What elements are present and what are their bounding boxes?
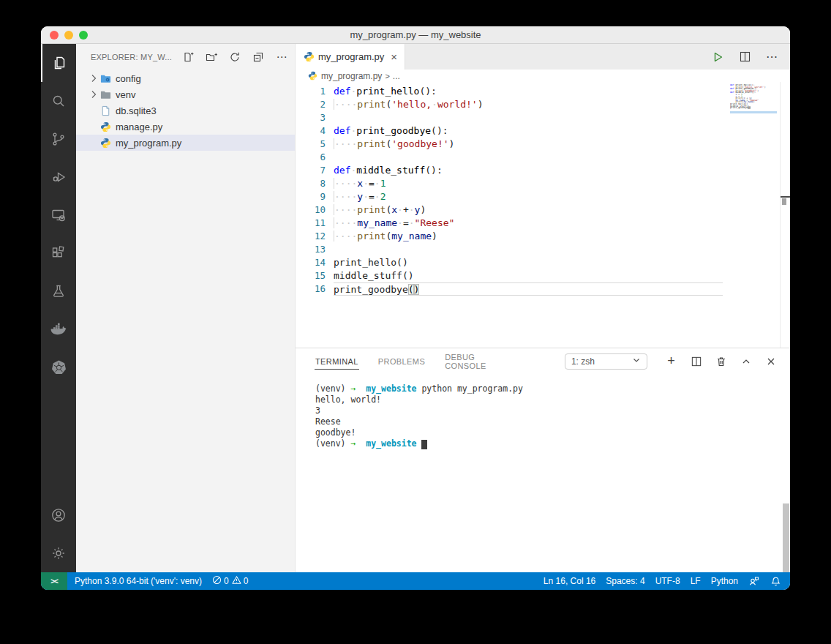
chevron-right-icon[interactable] bbox=[88, 72, 99, 84]
problems-status[interactable]: 0 0 bbox=[212, 575, 248, 587]
new-terminal-icon[interactable]: + bbox=[665, 355, 677, 367]
line-number[interactable]: 1 bbox=[296, 85, 326, 98]
kill-terminal-trash-icon[interactable] bbox=[715, 355, 727, 367]
code-line[interactable]: 9····y·=·2 bbox=[296, 190, 790, 203]
minimap-current-line bbox=[730, 111, 777, 113]
close-tab-icon[interactable]: × bbox=[389, 51, 399, 62]
line-number[interactable]: 7 bbox=[296, 164, 326, 177]
terminal-line[interactable]: Reese bbox=[315, 416, 790, 427]
accounts-icon[interactable] bbox=[41, 496, 76, 534]
file-tree-item-db.sqlite3[interactable]: db.sqlite3 bbox=[76, 102, 295, 119]
line-number[interactable]: 9 bbox=[296, 190, 326, 203]
code-line[interactable]: 12····print(my_name) bbox=[296, 230, 790, 243]
line-number[interactable]: 12 bbox=[296, 230, 326, 243]
cursor-position-status[interactable]: Ln 16, Col 16 bbox=[544, 576, 595, 586]
editor-more-actions-icon[interactable]: ⋯ bbox=[765, 50, 778, 64]
code-line[interactable]: 4def·print_goodbye(): bbox=[296, 124, 790, 138]
eol-status[interactable]: LF bbox=[691, 576, 701, 586]
code-line[interactable]: 1def·print_hello(): bbox=[296, 85, 790, 98]
code-line[interactable]: 2····print('hello,·world!') bbox=[296, 98, 790, 111]
file-tree-item-config[interactable]: config bbox=[76, 70, 295, 86]
split-terminal-icon[interactable] bbox=[690, 355, 702, 367]
code-line[interactable]: 15middle_stuff() bbox=[296, 269, 790, 282]
settings-gear-icon[interactable] bbox=[41, 534, 76, 572]
shell-select-value: 1: zsh bbox=[571, 356, 595, 367]
code-line[interactable]: 13 bbox=[296, 243, 790, 256]
line-number[interactable]: 14 bbox=[296, 256, 326, 269]
terminal-output[interactable]: (venv) → my_website python my_program.py… bbox=[296, 374, 790, 449]
line-number[interactable]: 11 bbox=[296, 217, 326, 230]
activity-bar bbox=[41, 44, 76, 572]
source-control-icon[interactable] bbox=[41, 120, 76, 158]
maximize-panel-chevron-up-icon[interactable] bbox=[740, 355, 752, 367]
remote-explorer-icon[interactable] bbox=[41, 196, 76, 234]
run-python-file-icon[interactable] bbox=[711, 50, 724, 64]
breadcrumb-more[interactable]: ... bbox=[393, 71, 400, 81]
code-editor[interactable]: 1def·print_hello():2····print('hello,·wo… bbox=[296, 82, 790, 348]
code-line[interactable]: 5····print('goodbye!') bbox=[296, 138, 790, 151]
terminal-line[interactable]: (venv) → my_website python my_program.py bbox=[315, 383, 790, 394]
code-line[interactable]: 8····x·=·1 bbox=[296, 177, 790, 190]
refresh-icon[interactable] bbox=[229, 51, 241, 63]
chevron-right-icon[interactable] bbox=[88, 89, 99, 100]
python-interpreter-status[interactable]: Python 3.9.0 64-bit ('venv': venv) bbox=[75, 576, 202, 586]
new-file-icon[interactable] bbox=[182, 51, 194, 63]
code-line[interactable]: 6 bbox=[296, 151, 790, 164]
breadcrumb-file[interactable]: my_program.py bbox=[321, 71, 382, 81]
file-tree-item-manage.py[interactable]: manage.py bbox=[76, 119, 295, 135]
terminal-line[interactable]: hello, world! bbox=[315, 394, 790, 405]
terminal-line[interactable]: (venv) → my_website bbox=[315, 438, 790, 449]
more-actions-icon[interactable]: ⋯ bbox=[276, 51, 287, 63]
line-number[interactable]: 13 bbox=[296, 243, 326, 256]
code-line[interactable]: 16print_goodbye() bbox=[296, 282, 790, 296]
extensions-icon[interactable] bbox=[41, 234, 76, 272]
code-line[interactable]: 11····my_name·=·"Reese" bbox=[296, 217, 790, 230]
split-editor-icon[interactable] bbox=[738, 50, 751, 64]
code-line[interactable]: 3 bbox=[296, 111, 790, 124]
tab-debug-console[interactable]: DEBUG CONSOLE bbox=[444, 349, 498, 373]
file-tree-item-venv[interactable]: venv bbox=[76, 86, 295, 102]
code-line[interactable]: 7def·middle_stuff(): bbox=[296, 164, 790, 177]
terminal-line[interactable]: goodbye! bbox=[315, 427, 790, 438]
minimize-window-button[interactable] bbox=[64, 31, 73, 40]
file-tree-item-my_program.py[interactable]: my_program.py bbox=[76, 135, 295, 151]
tab-my-program-py[interactable]: my_program.py × bbox=[296, 44, 405, 70]
line-number[interactable]: 4 bbox=[296, 124, 326, 138]
code-line[interactable]: 10····print(x·+·y) bbox=[296, 203, 790, 217]
zoom-window-button[interactable] bbox=[79, 31, 88, 40]
panel-scrollbar-thumb[interactable] bbox=[783, 503, 789, 572]
terminal-shell-select[interactable]: 1: zsh bbox=[565, 353, 647, 370]
feedback-icon[interactable] bbox=[748, 575, 760, 587]
collapse-folders-icon[interactable] bbox=[252, 51, 264, 63]
close-window-button[interactable] bbox=[50, 31, 59, 40]
new-folder-icon[interactable] bbox=[206, 51, 217, 63]
docker-icon[interactable] bbox=[41, 310, 76, 348]
line-number[interactable]: 2 bbox=[296, 98, 326, 111]
language-mode-status[interactable]: Python bbox=[711, 576, 738, 586]
run-and-debug-icon[interactable] bbox=[41, 158, 76, 196]
tab-problems[interactable]: PROBLEMS bbox=[377, 353, 426, 369]
file-icon bbox=[99, 105, 111, 116]
tree-indent bbox=[88, 105, 99, 116]
search-icon[interactable] bbox=[41, 82, 76, 120]
line-number[interactable]: 15 bbox=[296, 269, 326, 282]
line-number[interactable]: 3 bbox=[296, 111, 326, 124]
notifications-bell-icon[interactable] bbox=[770, 576, 781, 587]
kubernetes-icon[interactable] bbox=[41, 348, 76, 386]
explorer-icon[interactable] bbox=[41, 44, 76, 82]
line-number[interactable]: 5 bbox=[296, 138, 326, 151]
terminal-line[interactable]: 3 bbox=[315, 405, 790, 416]
python-icon bbox=[99, 121, 111, 132]
tab-terminal[interactable]: TERMINAL bbox=[315, 353, 359, 370]
indentation-status[interactable]: Spaces: 4 bbox=[606, 576, 644, 586]
line-number[interactable]: 10 bbox=[296, 203, 326, 217]
line-number[interactable]: 8 bbox=[296, 177, 326, 190]
encoding-status[interactable]: UTF-8 bbox=[655, 576, 680, 586]
minimap[interactable]: def print_hello(): print('hello, world!'… bbox=[730, 84, 777, 115]
line-number[interactable]: 16 bbox=[296, 282, 326, 296]
testing-icon[interactable] bbox=[41, 272, 76, 310]
remote-indicator[interactable]: >< bbox=[41, 572, 67, 590]
close-panel-icon[interactable] bbox=[764, 355, 777, 367]
line-number[interactable]: 6 bbox=[296, 151, 326, 164]
code-line[interactable]: 14print_hello() bbox=[296, 256, 790, 269]
